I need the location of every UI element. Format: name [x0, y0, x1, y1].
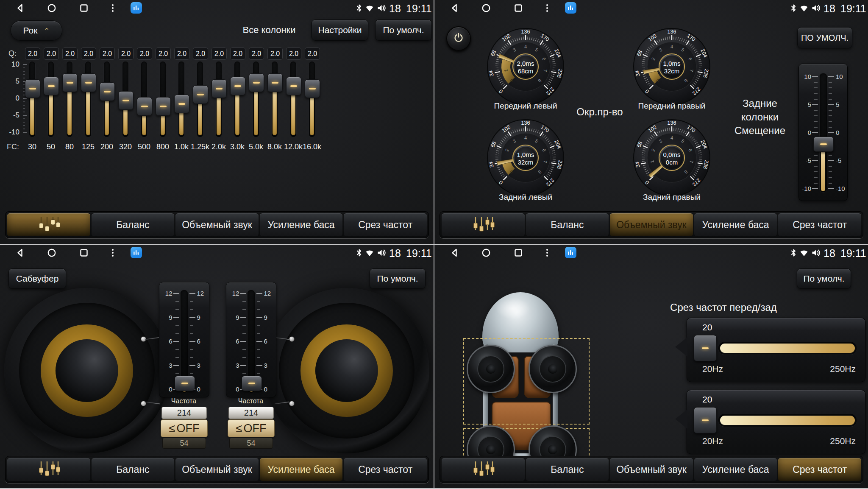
q-value-box[interactable]: 2.0	[193, 48, 208, 60]
slider-thumb[interactable]	[267, 73, 283, 92]
default-button[interactable]: По умолч.	[375, 20, 432, 41]
back-icon[interactable]	[15, 3, 25, 13]
q-value-box[interactable]: 2.0	[62, 48, 78, 60]
subwoofer-button[interactable]: Сабвуфер	[8, 268, 66, 289]
eq-band-slider[interactable]	[230, 61, 245, 137]
slider-thumb[interactable]	[305, 79, 320, 98]
slider-thumb[interactable]	[44, 77, 59, 95]
picker-current-value[interactable]: ≤OFF	[228, 419, 275, 437]
q-value-box[interactable]: 2.0	[286, 48, 301, 60]
slider-thumb[interactable]	[242, 376, 262, 391]
settings-button[interactable]: Настройки	[312, 20, 368, 41]
slider-thumb[interactable]	[286, 77, 301, 95]
tab-eq[interactable]	[7, 213, 90, 236]
q-value-box[interactable]: 2.0	[118, 48, 134, 60]
q-value-box[interactable]: 2.0	[81, 48, 96, 60]
tab-crossover[interactable]: Срез частот	[344, 213, 427, 236]
q-value-box[interactable]: 2.0	[25, 48, 40, 60]
slider-thumb[interactable]	[813, 137, 834, 152]
app-icon[interactable]	[565, 247, 576, 258]
tab-surround[interactable]: Объемный звук	[610, 458, 693, 481]
all-speakers-label[interactable]: Все колонки	[237, 21, 301, 39]
tab-bass[interactable]: Усиление баса	[694, 458, 777, 481]
picker-prev-value[interactable]: 214	[161, 407, 207, 419]
recents-icon[interactable]	[79, 3, 89, 13]
recents-icon[interactable]	[513, 248, 523, 258]
recents-icon[interactable]	[79, 248, 89, 258]
menu-icon[interactable]	[108, 248, 118, 258]
app-icon[interactable]	[131, 2, 142, 14]
eq-band-slider[interactable]	[174, 61, 189, 137]
default-button[interactable]: ПО УМОЛЧ.	[797, 27, 852, 48]
home-icon[interactable]	[47, 248, 57, 258]
default-button[interactable]: По умолч.	[370, 268, 426, 289]
q-value-box[interactable]: 2.0	[44, 48, 59, 60]
back-icon[interactable]	[15, 248, 25, 258]
q-value-box[interactable]: 2.0	[249, 48, 264, 60]
slider-thumb[interactable]	[694, 407, 717, 433]
delay-knob[interactable]: 034681021361702042382720123456781,0ms32c…	[632, 26, 712, 107]
q-value-box[interactable]: 2.0	[267, 48, 283, 60]
slider-thumb[interactable]	[100, 82, 115, 101]
eq-band-slider[interactable]	[211, 61, 226, 137]
app-icon[interactable]	[565, 2, 576, 14]
eq-band-slider[interactable]	[44, 61, 58, 137]
eq-band-slider[interactable]	[305, 61, 319, 137]
tab-crossover[interactable]: Срез частот	[778, 458, 861, 481]
q-value-box[interactable]: 2.0	[174, 48, 189, 60]
q-value-box[interactable]: 2.0	[305, 48, 320, 60]
tab-surround[interactable]: Объемный звук	[175, 213, 259, 236]
slider-thumb[interactable]	[81, 73, 96, 92]
eq-band-slider[interactable]	[62, 61, 77, 137]
back-icon[interactable]	[450, 248, 460, 258]
tab-balance[interactable]: Баланс	[526, 458, 609, 481]
default-button[interactable]: По умолч.	[797, 268, 851, 289]
slider-thumb[interactable]	[249, 73, 264, 92]
menu-icon[interactable]	[542, 3, 552, 13]
home-icon[interactable]	[481, 248, 491, 258]
slider-thumb[interactable]	[211, 79, 227, 98]
slider-thumb[interactable]	[193, 85, 208, 104]
tab-eq[interactable]	[442, 213, 525, 236]
picker-prev-value[interactable]: 214	[228, 407, 274, 419]
tab-crossover[interactable]: Срез частот	[344, 458, 427, 481]
slider-thumb[interactable]	[694, 335, 717, 361]
tab-balance[interactable]: Баланс	[92, 213, 175, 236]
picker-current-value[interactable]: ≤OFF	[161, 419, 208, 437]
slider-thumb[interactable]	[25, 79, 40, 98]
tab-crossover[interactable]: Срез частот	[778, 213, 861, 236]
tab-bass[interactable]: Усиление баса	[260, 458, 343, 481]
eq-band-slider[interactable]	[286, 61, 300, 137]
delay-knob[interactable]: 034681021361702042382720123456781,0ms32c…	[485, 117, 566, 198]
slider-thumb[interactable]	[230, 77, 245, 95]
slider-thumb[interactable]	[175, 376, 195, 391]
q-value-box[interactable]: 2.0	[137, 48, 152, 60]
eq-band-slider[interactable]	[25, 61, 39, 137]
slider-thumb[interactable]	[156, 97, 171, 116]
eq-band-slider[interactable]	[118, 61, 133, 137]
q-value-box[interactable]: 2.0	[230, 48, 245, 60]
slider-thumb[interactable]	[62, 73, 78, 92]
tab-balance[interactable]: Баланс	[92, 458, 175, 481]
home-icon[interactable]	[47, 3, 57, 13]
q-value-box[interactable]: 2.0	[211, 48, 227, 60]
slider-thumb[interactable]	[174, 95, 189, 113]
slider-thumb[interactable]	[137, 97, 152, 116]
eq-band-slider[interactable]	[267, 61, 282, 137]
back-icon[interactable]	[450, 3, 460, 13]
picker-next-value[interactable]: 54	[162, 438, 206, 449]
eq-band-slider[interactable]	[137, 61, 151, 137]
tab-bass[interactable]: Усиление баса	[694, 213, 777, 236]
menu-icon[interactable]	[108, 3, 118, 13]
delay-knob[interactable]: 034681021361702042382720123456782,0ms68c…	[485, 26, 566, 107]
eq-band-slider[interactable]	[81, 61, 95, 137]
tab-eq[interactable]	[7, 458, 90, 481]
recents-icon[interactable]	[513, 3, 523, 13]
tab-balance[interactable]: Баланс	[526, 213, 609, 236]
home-icon[interactable]	[481, 3, 491, 13]
tab-surround[interactable]: Объемный звук	[610, 213, 693, 236]
eq-band-slider[interactable]	[100, 61, 114, 137]
q-value-box[interactable]: 2.0	[100, 48, 115, 60]
tab-bass[interactable]: Усиление баса	[260, 213, 343, 236]
picker-next-value[interactable]: 54	[229, 438, 273, 449]
